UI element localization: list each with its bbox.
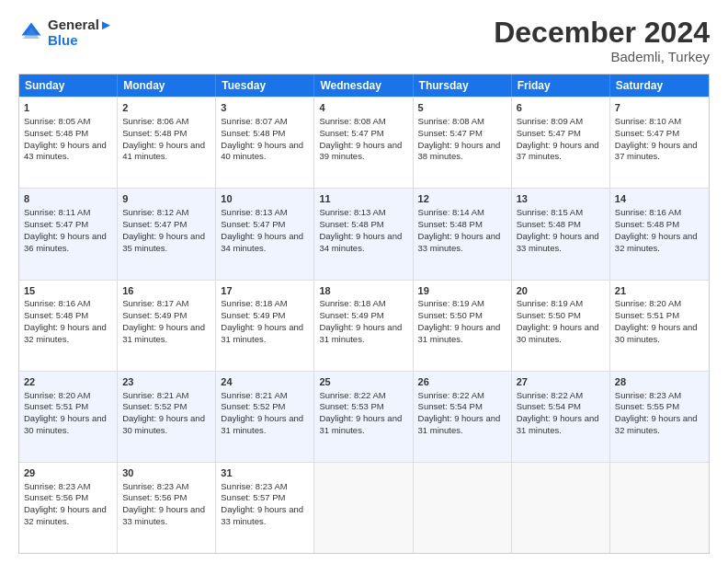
day-number: 18 [319,284,407,298]
sunrise-text: Sunrise: 8:19 AM [418,298,484,308]
calendar-day-header: Thursday [414,75,512,97]
calendar-day-header: Friday [512,75,610,97]
calendar-cell-empty [414,463,512,553]
daylight-text: Daylight: 9 hours and 32 minutes. [24,322,107,344]
sunrise-text: Sunrise: 8:22 AM [517,390,583,400]
calendar-cell: 30Sunrise: 8:23 AMSunset: 5:56 PMDayligh… [118,463,216,553]
day-number: 15 [24,284,112,298]
logo-text: General► Blue [48,17,113,49]
daylight-text: Daylight: 9 hours and 31 minutes. [221,413,303,435]
daylight-text: Daylight: 9 hours and 33 minutes. [418,231,501,253]
sunset-text: Sunset: 5:50 PM [517,310,581,320]
daylight-text: Daylight: 9 hours and 30 minutes. [615,322,698,344]
day-number: 22 [24,375,112,389]
calendar-cell-empty [610,463,709,553]
sunrise-text: Sunrise: 8:22 AM [418,390,484,400]
calendar-cell-empty [512,463,610,553]
calendar-cell: 9Sunrise: 8:12 AMSunset: 5:47 PMDaylight… [118,189,216,279]
daylight-text: Daylight: 9 hours and 30 minutes. [122,413,205,435]
sunset-text: Sunset: 5:49 PM [319,310,383,320]
daylight-text: Daylight: 9 hours and 32 minutes. [24,504,107,526]
calendar-cell: 16Sunrise: 8:17 AMSunset: 5:49 PMDayligh… [118,281,216,371]
calendar-cell: 18Sunrise: 8:18 AMSunset: 5:49 PMDayligh… [314,281,413,371]
sunset-text: Sunset: 5:47 PM [418,128,483,138]
sunrise-text: Sunrise: 8:23 AM [122,481,188,491]
sunset-text: Sunset: 5:51 PM [615,310,679,320]
calendar-day-header: Wednesday [314,75,413,97]
calendar-row: 15Sunrise: 8:16 AMSunset: 5:48 PMDayligh… [19,280,709,371]
day-number: 3 [221,101,309,115]
sunset-text: Sunset: 5:48 PM [221,128,285,138]
day-number: 12 [418,192,506,206]
day-number: 24 [221,375,309,389]
sunrise-text: Sunrise: 8:13 AM [319,207,385,217]
daylight-text: Daylight: 9 hours and 36 minutes. [24,231,107,253]
title-block: December 2024 Bademli, Turkey [494,17,710,64]
calendar-row: 22Sunrise: 8:20 AMSunset: 5:51 PMDayligh… [19,371,709,462]
daylight-text: Daylight: 9 hours and 30 minutes. [24,413,107,435]
day-number: 21 [615,284,704,298]
daylight-text: Daylight: 9 hours and 31 minutes. [418,322,501,344]
calendar-cell: 31Sunrise: 8:23 AMSunset: 5:57 PMDayligh… [216,463,314,553]
daylight-text: Daylight: 9 hours and 37 minutes. [517,140,599,162]
day-number: 10 [221,192,309,206]
daylight-text: Daylight: 9 hours and 31 minutes. [517,413,599,435]
day-number: 26 [418,375,506,389]
calendar-header: SundayMondayTuesdayWednesdayThursdayFrid… [19,75,709,97]
sunrise-text: Sunrise: 8:09 AM [517,116,583,126]
calendar-row: 8Sunrise: 8:11 AMSunset: 5:47 PMDaylight… [19,188,709,279]
calendar-cell: 22Sunrise: 8:20 AMSunset: 5:51 PMDayligh… [19,372,118,462]
sunrise-text: Sunrise: 8:21 AM [221,390,287,400]
day-number: 30 [122,466,210,480]
day-number: 9 [122,192,210,206]
calendar-cell: 21Sunrise: 8:20 AMSunset: 5:51 PMDayligh… [610,281,709,371]
sunset-text: Sunset: 5:53 PM [319,401,383,411]
day-number: 13 [517,192,605,206]
sunrise-text: Sunrise: 8:19 AM [517,298,583,308]
daylight-text: Daylight: 9 hours and 38 minutes. [418,140,501,162]
sunset-text: Sunset: 5:47 PM [319,128,383,138]
sunset-text: Sunset: 5:55 PM [615,401,679,411]
sunset-text: Sunset: 5:47 PM [517,128,581,138]
day-number: 20 [517,284,605,298]
calendar-cell: 15Sunrise: 8:16 AMSunset: 5:48 PMDayligh… [19,281,118,371]
calendar-cell: 13Sunrise: 8:15 AMSunset: 5:48 PMDayligh… [512,189,610,279]
daylight-text: Daylight: 9 hours and 31 minutes. [418,413,501,435]
sunset-text: Sunset: 5:48 PM [418,219,483,229]
sunrise-text: Sunrise: 8:15 AM [517,207,583,217]
daylight-text: Daylight: 9 hours and 31 minutes. [122,322,205,344]
sunset-text: Sunset: 5:49 PM [122,310,187,320]
sunset-text: Sunset: 5:54 PM [517,401,581,411]
calendar-cell: 20Sunrise: 8:19 AMSunset: 5:50 PMDayligh… [512,281,610,371]
daylight-text: Daylight: 9 hours and 30 minutes. [517,322,599,344]
daylight-text: Daylight: 9 hours and 33 minutes. [517,231,599,253]
daylight-text: Daylight: 9 hours and 34 minutes. [221,231,303,253]
sunset-text: Sunset: 5:56 PM [122,492,187,502]
calendar-row: 1Sunrise: 8:05 AMSunset: 5:48 PMDaylight… [19,97,709,188]
daylight-text: Daylight: 9 hours and 40 minutes. [221,140,303,162]
day-number: 28 [615,375,704,389]
calendar-cell: 27Sunrise: 8:22 AMSunset: 5:54 PMDayligh… [512,372,610,462]
daylight-text: Daylight: 9 hours and 33 minutes. [122,504,205,526]
calendar-day-header: Saturday [610,75,709,97]
calendar-cell: 8Sunrise: 8:11 AMSunset: 5:47 PMDaylight… [19,189,118,279]
sunrise-text: Sunrise: 8:08 AM [418,116,484,126]
sunrise-text: Sunrise: 8:14 AM [418,207,484,217]
day-number: 11 [319,192,407,206]
sunrise-text: Sunrise: 8:23 AM [615,390,681,400]
calendar-cell: 2Sunrise: 8:06 AMSunset: 5:48 PMDaylight… [118,98,216,188]
day-number: 25 [319,375,407,389]
calendar-cell: 6Sunrise: 8:09 AMSunset: 5:47 PMDaylight… [512,98,610,188]
sunrise-text: Sunrise: 8:16 AM [615,207,681,217]
sunset-text: Sunset: 5:51 PM [24,401,88,411]
sunset-text: Sunset: 5:48 PM [24,310,88,320]
sunset-text: Sunset: 5:48 PM [517,219,581,229]
calendar-cell: 25Sunrise: 8:22 AMSunset: 5:53 PMDayligh… [314,372,413,462]
sunrise-text: Sunrise: 8:20 AM [615,298,681,308]
day-number: 1 [24,101,112,115]
calendar-cell-empty [314,463,413,553]
sunset-text: Sunset: 5:49 PM [221,310,285,320]
calendar-cell: 10Sunrise: 8:13 AMSunset: 5:47 PMDayligh… [216,189,314,279]
sunset-text: Sunset: 5:56 PM [24,492,88,502]
day-number: 29 [24,466,112,480]
